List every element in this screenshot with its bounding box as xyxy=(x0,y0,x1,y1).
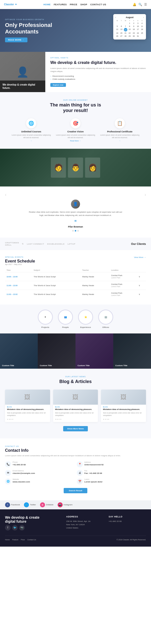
gallery-item-4: Custom Title xyxy=(113,333,151,369)
blog-card-2: 🖼 BLOG Mistaken idea of denouncing pleas… xyxy=(53,390,98,422)
course-link-3[interactable]: → xyxy=(100,140,140,142)
calendar-icon: 📅 xyxy=(77,478,83,484)
menu-icon[interactable]: ☰ xyxy=(144,3,147,6)
gallery-title-4: Custom Title xyxy=(115,364,127,367)
calendar-month: August xyxy=(126,16,134,19)
footer-address-col: Address 158 W. 90th Street, Apt. 1ANew Y… xyxy=(66,515,104,531)
social-dribbble[interactable]: ⊕ Dribbble xyxy=(40,502,54,507)
contact-email: ✉ Email Address classter@example.com xyxy=(5,470,74,476)
gallery-title-1: Custom Title xyxy=(2,364,14,367)
course-name-1: Unlimited Courses xyxy=(11,130,51,133)
testimonial-next[interactable]: › xyxy=(145,193,146,197)
col-location: Location xyxy=(110,268,137,272)
col-teacher: Teacher xyxy=(81,268,110,272)
footer-tw-icon[interactable]: 🐦 xyxy=(12,525,18,531)
stat-people: 👥 People xyxy=(58,310,73,328)
contact-text: Lorem ipsum dolor sit amet consectetur a… xyxy=(5,454,146,457)
footer-address-text: 158 W. 90th Street, Apt. 1ANew York, NY … xyxy=(66,520,104,529)
footer-brand: We develop & createdigital future f 🐦 📷 xyxy=(5,515,61,531)
events-title: Event Schedule xyxy=(5,259,35,263)
gallery-title-3: Custom Title xyxy=(78,364,90,367)
contact-search-button[interactable]: Search Result xyxy=(64,488,87,493)
footer-link-feature[interactable]: Feature xyxy=(12,539,18,541)
course-desc-3: Lorem ipsum dolor sit amet consectetur a… xyxy=(100,134,140,139)
twitter-label: Twitter xyxy=(30,504,36,506)
footer-ig-icon[interactable]: 📷 xyxy=(19,525,25,531)
blog-card-tag-1: BLOG xyxy=(7,406,48,408)
contact-lorem: 📅 Lorem Lorem ipsum dolor xyxy=(77,478,146,484)
about-image: 👤 We develop & create digital future. xyxy=(0,52,45,92)
footer-link-contact[interactable]: Contact Us xyxy=(27,539,36,541)
courses-label: OUR ONLINE ACADEMY xyxy=(5,99,146,101)
course-link-2[interactable]: Read More → xyxy=(55,140,96,142)
nav-shop[interactable]: SHOP xyxy=(80,3,87,6)
gallery-section: Custom Title Custom Title Custom Title C… xyxy=(0,333,151,369)
calendar-header: ‹ August › xyxy=(115,16,144,19)
footer-address-title: Address xyxy=(66,515,104,518)
course-name-3: Professional Certificate xyxy=(100,130,140,133)
blog-card-title-3: Mistaken idea of denouncing pleasure. xyxy=(103,408,144,411)
gallery-item-1: Custom Title xyxy=(0,333,38,369)
testimonial-dot-2[interactable] xyxy=(75,230,76,232)
clients-title: Our Clients xyxy=(131,242,146,245)
course-item-3: 📋 Professional Certificate Lorem ipsum d… xyxy=(100,118,140,142)
event-subject-1: The World of Java Script xyxy=(32,272,81,281)
clients-inner: CraftsmanGrill ↻ Last Connect DoubleShie… xyxy=(5,242,146,246)
event-subject-3: The World of Java Script xyxy=(32,290,81,299)
event-expand-3[interactable]: ∨ xyxy=(137,290,146,299)
event-row-2: 11:00 – 13:00 The World of Java Script M… xyxy=(5,281,146,290)
calendar: ‹ August › M T W T F S S 1 2 3 4 5 6 7 8… xyxy=(113,14,146,40)
gallery-title-2: Custom Title xyxy=(40,364,52,367)
blog-more-button[interactable]: Show More News xyxy=(63,426,88,431)
social-twitter[interactable]: 🐦 Twitter xyxy=(24,502,36,507)
nav-contact[interactable]: CONTACT US xyxy=(90,3,106,6)
testimonial-dot-3[interactable] xyxy=(77,230,79,232)
hero-cta-button[interactable]: Read More → xyxy=(5,37,27,42)
about-feature-1: Discernment counseling xyxy=(50,75,146,77)
blog-card-3: 🖼 BLOG Mistaken idea of denouncing pleas… xyxy=(101,390,146,422)
event-teacher-2: Marley Neale xyxy=(81,281,110,290)
nav-home[interactable]: HOME xyxy=(43,3,51,6)
course-icon-2: 🎯 xyxy=(70,118,81,128)
testimonial-dots xyxy=(5,230,146,232)
calendar-prev[interactable]: ‹ xyxy=(115,16,116,19)
contact-section: CONTACT US Contact Info Lorem ipsum dolo… xyxy=(0,438,151,500)
events-header: SPECIAL EVENTS Event Schedule Apr 2017 –… xyxy=(5,256,146,265)
testimonial-prev[interactable]: ‹ xyxy=(5,193,6,197)
footer-divider xyxy=(5,536,146,536)
blog-card-meta-1: ★ ★ ★ ★ xyxy=(7,418,48,420)
event-expand-2[interactable]: ∨ xyxy=(137,281,146,290)
hero-section: OPTIMIZE YOUR BUSINESS GROWTH Only Profe… xyxy=(0,9,151,52)
footer-fb-icon[interactable]: f xyxy=(5,525,11,531)
footer-link-home[interactable]: Home xyxy=(5,539,10,541)
search-icon[interactable]: 🔍 xyxy=(138,3,142,6)
calendar-next[interactable]: › xyxy=(143,16,144,19)
stat-experience: ⭐ Experience xyxy=(78,310,93,328)
blog-card-text-3: Sed ut perspiciatis unde omnis iste natu… xyxy=(103,412,144,417)
team-people: 🧑 👨 👩 xyxy=(51,158,100,178)
course-link-1[interactable]: → xyxy=(11,140,51,142)
social-instagram[interactable]: 📷 Instagram xyxy=(58,502,73,507)
event-expand-1[interactable]: ∨ xyxy=(137,272,146,281)
stat-offices: 🏢 Offices xyxy=(98,310,113,328)
nav-features[interactable]: FEATURES xyxy=(54,3,67,6)
blog-card-meta-2: ★ ★ ★ ★ xyxy=(55,418,96,420)
testimonial-dot-1[interactable] xyxy=(72,230,74,232)
person-1: 🧑 xyxy=(51,158,66,178)
courses-grid: 🌐 Unlimited Courses Lorem ipsum dolor si… xyxy=(5,118,146,142)
event-row-3: 11:02 – 13:02 The World of Java Script M… xyxy=(5,290,146,299)
about-label: OPTIMAL HABITS xyxy=(50,57,146,59)
nav-price[interactable]: PRICE xyxy=(70,3,77,6)
bell-icon[interactable]: 🔔 xyxy=(133,3,136,6)
events-table: Time Subject Teacher Location 10:00 – 13… xyxy=(5,268,146,298)
dribbble-label: Dribbble xyxy=(46,504,54,506)
events-view-more[interactable]: View More → xyxy=(134,256,146,258)
explore-button[interactable]: Explore now xyxy=(50,83,66,87)
contact-title: Contact Info xyxy=(5,448,146,453)
about-features: Discernment counseling Child custody eva… xyxy=(50,75,146,80)
footer-link-price[interactable]: Price xyxy=(21,539,25,541)
footer-say-hello-col: Say Hello +41-840 20 68 xyxy=(108,515,146,531)
footer-say-hello-phone: +41-840 20 68 xyxy=(108,520,146,523)
social-facebook[interactable]: f Facebook xyxy=(5,502,20,507)
person-2: 👨 xyxy=(68,158,83,178)
